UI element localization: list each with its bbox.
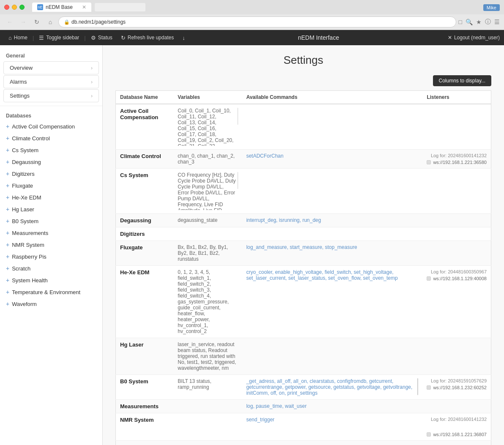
commands-hexe: cryo_cooler, enable_high_voltage, field_… [242, 266, 422, 338]
db-name-digitizers: Digitizers [120, 231, 145, 237]
reload-button[interactable]: ↻ [31, 16, 42, 27]
sidebar-general-label: General [0, 49, 102, 60]
extensions-icon[interactable]: □ [459, 19, 462, 25]
sidebar-item-scratch[interactable]: + Scratch [0, 262, 102, 274]
sidebar-icon: ☰ [39, 35, 44, 41]
commands-climate: setADCForChan [242, 150, 422, 169]
ws-url-climate: ws://192.168.1.221:36580 [433, 160, 487, 165]
sidebar-item-raspberry[interactable]: + Raspberry Pis [0, 251, 102, 262]
table-row: Cs System CO Frequency [Hz], Duty Cycle … [116, 169, 491, 214]
nav-download[interactable]: ↓ [178, 30, 189, 45]
variables-climate: chan_0, chan_1, chan_2, chan_3 [173, 150, 242, 169]
sidebar-item-nmr[interactable]: + NMR System [0, 239, 102, 251]
nav-refresh-label: Refresh live updates [128, 35, 174, 41]
listeners-cs [422, 169, 491, 214]
sidebar-item-fluxgate[interactable]: + Fluxgate [0, 180, 102, 191]
app-title: nEDM Interface [189, 34, 448, 41]
maximize-window-button[interactable] [19, 5, 25, 10]
browser-tab[interactable]: nE nEDM Base ✕ [32, 3, 91, 12]
sidebar-item-cs-system[interactable]: + Cs System [0, 144, 102, 156]
bookmark-icon[interactable]: ★ [476, 19, 482, 25]
nav-refresh[interactable]: ↻ Refresh live updates [117, 30, 178, 45]
lock-icon: 🔒 [64, 19, 70, 25]
sidebar-item-he-xe[interactable]: + He-Xe EDM [0, 191, 102, 203]
sidebar-item-settings-label: Settings [10, 93, 30, 99]
listeners-hglaser [422, 338, 491, 375]
chevron-right-icon: › [91, 65, 93, 71]
browser-chrome: nE nEDM Base ✕ Mike ← → ↻ ⌂ 🔒 db.nedm1/p… [0, 0, 504, 30]
sidebar-item-degaussing[interactable]: + Degaussing [0, 156, 102, 168]
sidebar-item-hg-laser[interactable]: + Hg Laser [0, 203, 102, 215]
close-window-button[interactable] [4, 5, 9, 10]
db-name-fluxgate: Fluxgate [120, 244, 142, 251]
db-name-climate: Climate Control [120, 153, 161, 159]
sidebar-item-measurements[interactable]: + Measurements [0, 227, 102, 239]
browser-toolbar: ← → ↻ ⌂ 🔒 db.nedm1/page/settings □ 🔍 ★ ⓘ… [0, 14, 504, 30]
minimize-window-button[interactable] [12, 5, 17, 10]
sidebar-db-digitizers-label: Digitizers [12, 171, 34, 177]
table-row: Degaussing degaussing_state interrupt_de… [116, 214, 491, 227]
home-button[interactable]: ⌂ [45, 16, 56, 27]
ws-url-b0: ws://192.168.1.232:60252 [433, 385, 487, 390]
sidebar-item-alarms[interactable]: Alarms › [3, 75, 99, 88]
columns-display-button[interactable]: Columns to display... [433, 75, 492, 86]
nav-separator-2: | [84, 35, 85, 41]
tab-close-button[interactable]: ✕ [82, 4, 86, 10]
sidebar-db-nmr-label: NMR System [12, 242, 44, 248]
browser-titlebar: nE nEDM Base ✕ Mike [0, 0, 504, 14]
listeners-hexe: Log for: 204481600350967 ws://192.168.1.… [422, 266, 491, 338]
nav-toggle-sidebar[interactable]: ☰ Toggle sidebar [35, 30, 83, 45]
sidebar-item-settings[interactable]: Settings › [3, 89, 99, 102]
table-row: He-Xe EDM 0, 1, 2, 3, 4, 5, field_switch… [116, 266, 491, 338]
plus-icon: + [6, 194, 9, 201]
nav-separator-1: | [33, 35, 34, 41]
nav-logout[interactable]: ✕ Logout (nedm_user) [448, 35, 500, 41]
info-icon[interactable]: ⓘ [485, 18, 491, 26]
home-icon: ⌂ [8, 35, 12, 41]
listener-ws-climate: ws://192.168.1.221:36580 [427, 160, 487, 165]
sidebar-item-active-coil[interactable]: + Active Coil Compensation [0, 120, 102, 132]
sidebar-item-digitizers[interactable]: + Digitizers [0, 168, 102, 180]
zoom-icon[interactable]: 🔍 [466, 19, 473, 25]
address-bar[interactable]: 🔒 db.nedm1/page/settings [58, 16, 456, 27]
listener-log-b0: Log for: 202481591057629 [427, 378, 487, 383]
sidebar-item-waveform[interactable]: + Waveform [0, 298, 102, 310]
commands-cs [242, 169, 422, 214]
variables-hexe: 0, 1, 2, 3, 4, 5, field_switch_1, field_… [173, 266, 242, 338]
listeners-active-coil [422, 104, 491, 150]
variables-scroll[interactable]: Coil_0, Coil_1, Coil_10, Coil_11, Coil_1… [178, 108, 236, 146]
commands-nmr: send_trigger [242, 413, 422, 441]
scrollbar[interactable] [238, 108, 238, 125]
page-title: Settings [115, 54, 491, 67]
user-badge-area: Mike [483, 4, 500, 11]
forward-button[interactable]: → [18, 16, 29, 27]
back-button[interactable]: ← [4, 16, 15, 27]
nav-status[interactable]: ⚙ Status [87, 30, 117, 45]
sidebar-db-measurements-label: Measurements [12, 230, 48, 236]
sidebar-item-b0[interactable]: + B0 System [0, 215, 102, 227]
commands-raspberry [242, 441, 422, 445]
listeners-b0: Log for: 202481591057629 ws://192.168.1.… [422, 375, 491, 400]
plus-icon: + [6, 182, 9, 189]
plus-icon: + [6, 300, 9, 307]
plus-icon: + [6, 123, 9, 130]
sidebar-item-overview[interactable]: Overview › [3, 61, 99, 74]
sidebar-item-system-health[interactable]: + System Health [0, 274, 102, 286]
variables-scroll-cs[interactable]: CO Frequency [Hz], Duty Cycle Probe DAVL… [178, 172, 236, 210]
sidebar-db-syshealth-label: System Health [12, 277, 48, 284]
listener-ws-b0: ws://192.168.1.232:60252 [427, 385, 487, 390]
db-name-degaussing: Degaussing [120, 217, 151, 224]
sidebar-item-climate[interactable]: + Climate Control [0, 132, 102, 144]
table-row: Hg Laser laser_in_service, readout beam … [116, 338, 491, 375]
table-row: B0 System BILT 13 status, ramp_running _… [116, 375, 491, 400]
scrollbar-cs[interactable] [238, 172, 238, 189]
sidebar-item-temp-env[interactable]: + Temperature & Environment [0, 286, 102, 298]
col-commands: Available Commands [242, 91, 422, 104]
menu-icon[interactable]: ☰ [494, 19, 500, 25]
commands-active-coil [242, 104, 422, 150]
scrollbar-b0[interactable] [417, 378, 419, 395]
commands-hglaser [242, 338, 422, 375]
commands-scroll-b0[interactable]: _get_adress, all_off, all_on, clearstatu… [246, 378, 415, 396]
nav-home[interactable]: ⌂ Home [4, 30, 32, 45]
db-name-b0: B0 System [120, 378, 148, 385]
